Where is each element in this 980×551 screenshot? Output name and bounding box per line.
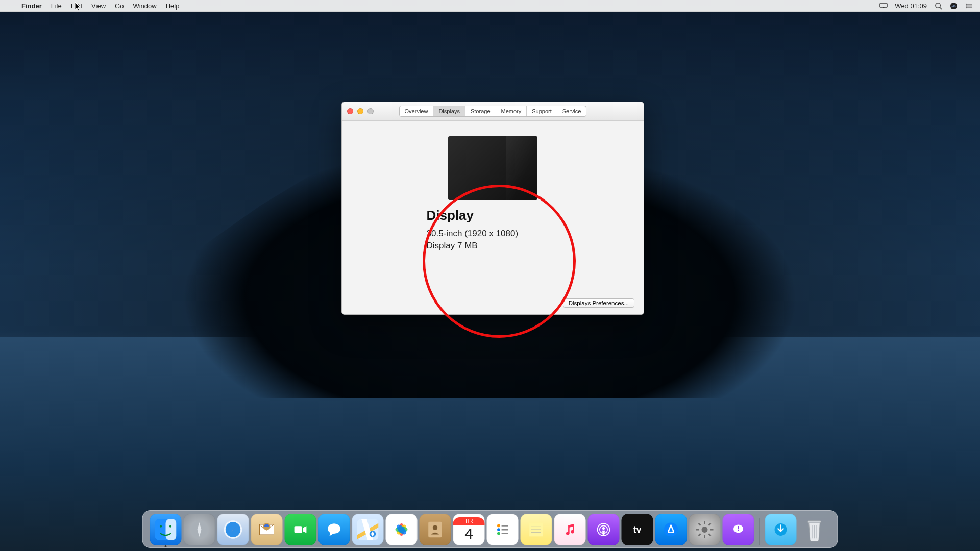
spotlight-search-icon[interactable] [934, 2, 942, 10]
tab-memory[interactable]: Memory [496, 106, 527, 116]
dock-app-finder[interactable] [150, 514, 182, 545]
window-zoom-button[interactable] [368, 108, 374, 114]
dock-app-messages[interactable] [318, 514, 350, 545]
svg-marker-23 [303, 526, 307, 533]
dock-app-feedback-assistant[interactable]: ! [723, 514, 754, 545]
menu-file[interactable]: File [46, 2, 66, 10]
svg-rect-22 [295, 526, 302, 533]
menubar: Finder File Edit View Go Window Help Wed… [0, 0, 980, 12]
dock-app-calendar[interactable]: TIR 4 [453, 514, 485, 545]
tab-displays[interactable]: Displays [433, 106, 465, 116]
mouse-cursor-icon [75, 2, 81, 11]
display-info-block: Display 30.5-inch (980 x 551) Display … [427, 208, 559, 253]
svg-point-41 [497, 532, 500, 535]
menubar-app-name[interactable]: Finder [17, 2, 46, 10]
svg-text:!: ! [737, 524, 739, 532]
svg-point-37 [497, 524, 500, 528]
menu-view[interactable]: View [87, 2, 110, 10]
about-this-mac-window: Overview Displays Storage Memory Support… [341, 102, 644, 315]
svg-point-36 [433, 525, 438, 530]
dock-trash[interactable] [799, 514, 830, 545]
displays-preferences-button[interactable]: Displays Preferences... [563, 298, 634, 308]
svg-line-60 [699, 534, 701, 536]
dock: TIR 4 tv ! [142, 510, 838, 548]
dock-separator [760, 518, 760, 545]
svg-line-57 [699, 523, 701, 525]
dock-downloads-stack[interactable] [765, 514, 797, 545]
svg-line-58 [709, 534, 711, 536]
window-tabs: Overview Displays Storage Memory Support… [399, 106, 587, 117]
svg-point-17 [226, 522, 240, 537]
svg-point-24 [328, 523, 340, 534]
svg-point-8 [965, 3, 966, 4]
svg-point-14 [169, 525, 172, 528]
dock-app-maps[interactable] [352, 514, 384, 545]
dock-app-podcasts[interactable] [588, 514, 620, 545]
svg-line-59 [709, 523, 711, 525]
menu-go[interactable]: Go [110, 2, 128, 10]
tab-overview[interactable]: Overview [400, 106, 434, 116]
dock-app-notes[interactable] [521, 514, 552, 545]
svg-point-2 [935, 3, 940, 7]
display-title: Display [427, 208, 559, 223]
svg-point-9 [965, 5, 966, 6]
tab-support[interactable]: Support [527, 106, 557, 116]
dock-app-reminders[interactable] [487, 514, 519, 545]
dock-app-music[interactable] [554, 514, 586, 545]
svg-point-52 [702, 527, 708, 533]
calendar-day-number: 4 [464, 525, 473, 542]
menu-window[interactable]: Window [128, 2, 161, 10]
svg-rect-64 [808, 521, 821, 523]
dock-app-system-preferences[interactable] [689, 514, 721, 545]
svg-point-10 [965, 7, 966, 8]
menubar-clock[interactable]: Wed 01:09 [895, 2, 927, 10]
svg-point-13 [160, 525, 162, 528]
dock-app-appstore[interactable] [655, 514, 687, 545]
dock-app-photos[interactable] [386, 514, 418, 545]
menu-help[interactable]: Help [161, 2, 184, 10]
dock-app-facetime[interactable] [285, 514, 316, 545]
display-spec: 30.5-inch (980 x 551) [427, 229, 559, 239]
dock-app-tv[interactable]: tv [622, 514, 653, 545]
tab-service[interactable]: Service [557, 106, 586, 116]
calendar-month-label: TIR [453, 517, 485, 525]
display-thumbnail-icon [448, 136, 537, 200]
dock-app-launchpad[interactable] [184, 514, 215, 545]
window-titlebar[interactable]: Overview Displays Storage Memory Support… [342, 102, 644, 121]
svg-line-3 [940, 7, 942, 9]
tab-storage[interactable]: Storage [465, 106, 496, 116]
screen-mirroring-icon[interactable] [879, 2, 888, 10]
dock-app-mail[interactable] [251, 514, 283, 545]
dock-app-contacts[interactable] [420, 514, 451, 545]
svg-point-49 [602, 527, 605, 530]
window-close-button[interactable] [347, 108, 353, 114]
window-minimize-button[interactable] [357, 108, 363, 114]
notification-center-icon[interactable] [965, 2, 973, 10]
siri-icon[interactable] [949, 2, 958, 10]
dock-app-safari[interactable] [217, 514, 249, 545]
display-vram: Display 7 MB [427, 241, 559, 251]
svg-point-39 [497, 528, 500, 531]
svg-rect-12 [166, 519, 177, 540]
